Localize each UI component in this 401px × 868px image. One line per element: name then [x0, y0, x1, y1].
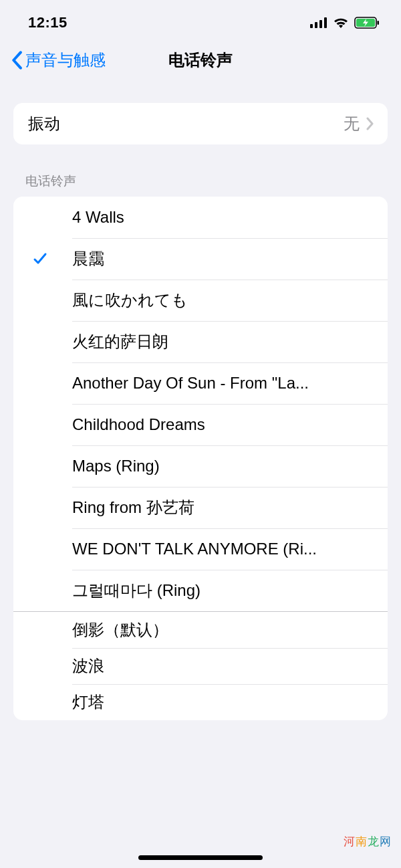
vibration-row[interactable]: 振动 无	[13, 103, 388, 144]
ringtone-section: 4 Walls 晨靄 風に吹かれても 火红的萨日朗 Anothe	[13, 197, 388, 720]
chevron-right-icon	[366, 117, 374, 130]
ringtone-name: Childhood Dreams	[72, 415, 374, 434]
ringtone-name: 晨靄	[72, 248, 374, 269]
watermark: 河南龙网	[344, 834, 392, 849]
ringtone-row[interactable]: 倒影（默认）	[13, 612, 388, 648]
status-icons	[310, 17, 380, 29]
wifi-icon	[333, 17, 349, 29]
vibration-section: 振动 无	[13, 103, 388, 144]
chevron-left-icon	[11, 51, 23, 70]
ringtone-row[interactable]: Another Day Of Sun - From "La...	[13, 362, 388, 404]
ringtone-name: Another Day Of Sun - From "La...	[72, 374, 374, 393]
ringtone-row[interactable]: 灯塔	[13, 684, 388, 720]
custom-ringtones-group: 4 Walls 晨靄 風に吹かれても 火红的萨日朗 Anothe	[13, 197, 388, 611]
vibration-label: 振动	[28, 113, 344, 134]
home-indicator[interactable]	[138, 855, 263, 860]
battery-charging-icon	[354, 17, 380, 29]
check-col	[28, 251, 72, 267]
ringtone-row[interactable]: 그럴때마다 (Ring)	[13, 570, 388, 611]
ringtone-row[interactable]: WE DON'T TALK ANYMORE (Ri...	[13, 528, 388, 570]
nav-header: 声音与触感 电话铃声	[0, 40, 401, 84]
ringtone-row[interactable]: Maps (Ring)	[13, 445, 388, 487]
ringtone-name: 風に吹かれても	[72, 290, 374, 311]
ringtone-row[interactable]: 4 Walls	[13, 197, 388, 238]
ringtone-name: 灯塔	[72, 691, 374, 713]
svg-rect-6	[378, 21, 380, 25]
ringtone-row[interactable]: 波浪	[13, 648, 388, 684]
ringtone-section-header: 电话铃声	[13, 173, 388, 197]
svg-rect-0	[310, 24, 313, 28]
status-bar: 12:15	[0, 0, 401, 40]
vibration-value: 无	[344, 113, 360, 134]
ringtone-row[interactable]: Childhood Dreams	[13, 404, 388, 445]
status-time: 12:15	[28, 14, 68, 31]
ringtone-name: WE DON'T TALK ANYMORE (Ri...	[72, 540, 374, 558]
back-button[interactable]: 声音与触感	[11, 49, 106, 71]
cellular-icon	[310, 17, 327, 28]
builtin-ringtones-group: 倒影（默认） 波浪 灯塔	[13, 612, 388, 720]
ringtone-name: 波浪	[72, 655, 374, 677]
ringtone-name: 그럴때마다 (Ring)	[72, 580, 374, 601]
checkmark-icon	[32, 251, 48, 267]
ringtone-row[interactable]: Ring from 孙艺荷	[13, 487, 388, 528]
ringtone-name: 4 Walls	[72, 208, 374, 227]
page-title: 电话铃声	[168, 49, 233, 71]
svg-rect-2	[319, 20, 322, 28]
ringtone-name: Ring from 孙艺荷	[72, 497, 374, 518]
ringtone-row[interactable]: 晨靄	[13, 238, 388, 280]
ringtone-name: Maps (Ring)	[72, 457, 374, 475]
ringtone-row[interactable]: 風に吹かれても	[13, 280, 388, 321]
ringtone-row[interactable]: 火红的萨日朗	[13, 321, 388, 362]
svg-rect-3	[324, 17, 327, 28]
svg-rect-1	[315, 22, 317, 28]
ringtone-name: 火红的萨日朗	[72, 331, 374, 352]
back-label: 声音与触感	[25, 49, 106, 71]
ringtone-name: 倒影（默认）	[72, 619, 374, 641]
